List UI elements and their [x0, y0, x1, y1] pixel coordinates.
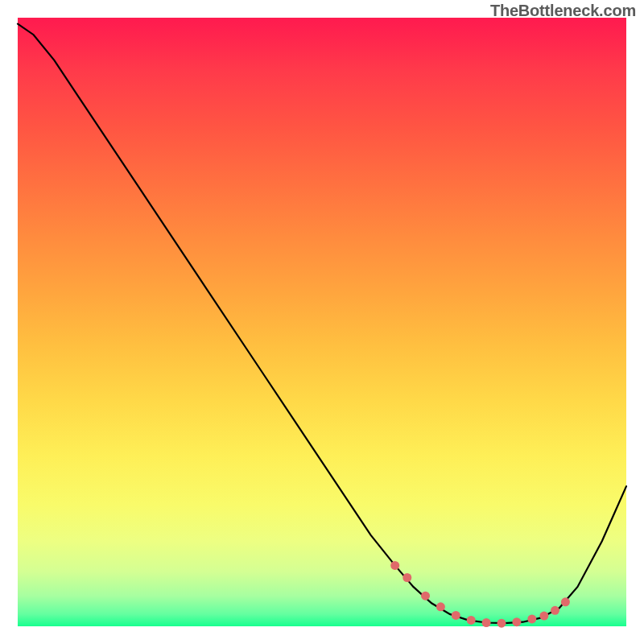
marker-dot [390, 561, 399, 570]
marker-dot [452, 611, 460, 620]
bottleneck-curve [18, 24, 626, 624]
chart-canvas: TheBottleneck.com [0, 0, 644, 644]
marker-dot [512, 617, 521, 626]
marker-dot [527, 614, 536, 623]
marker-dot [551, 606, 559, 615]
marker-dot [482, 618, 491, 627]
marker-dot [436, 602, 445, 611]
marker-dot [561, 597, 570, 606]
highlight-markers [390, 561, 570, 628]
marker-dot [497, 619, 506, 628]
marker-dot [467, 616, 476, 625]
curve-layer [18, 18, 626, 626]
marker-dot [421, 592, 430, 601]
marker-dot [402, 573, 411, 582]
marker-dot [539, 612, 548, 621]
